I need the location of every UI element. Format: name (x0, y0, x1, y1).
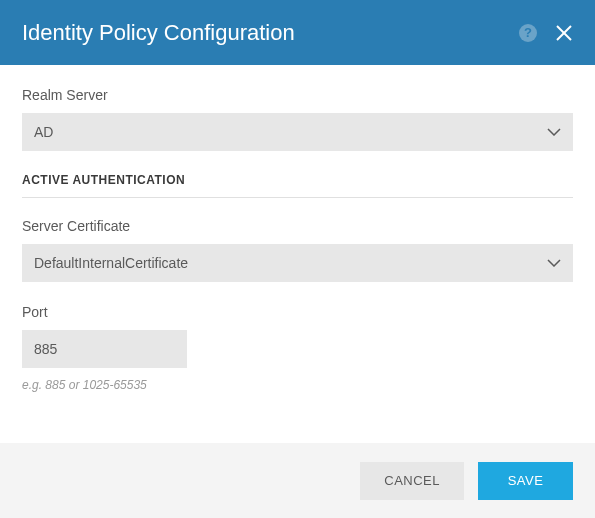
dialog-title: Identity Policy Configuration (22, 20, 295, 46)
cancel-button[interactable]: CANCEL (360, 462, 464, 500)
dialog-content: Realm Server AD ACTIVE AUTHENTICATION Se… (0, 65, 595, 392)
port-input[interactable] (22, 330, 187, 368)
server-certificate-field: Server Certificate DefaultInternalCertif… (22, 218, 573, 282)
realm-server-select[interactable]: AD (22, 113, 573, 151)
close-icon[interactable] (555, 24, 573, 42)
port-hint: e.g. 885 or 1025-65535 (22, 378, 573, 392)
help-icon[interactable]: ? (519, 24, 537, 42)
port-label: Port (22, 304, 573, 320)
realm-server-value: AD (34, 124, 53, 140)
port-field: Port e.g. 885 or 1025-65535 (22, 304, 573, 392)
section-heading-active-auth: ACTIVE AUTHENTICATION (22, 173, 573, 198)
save-button[interactable]: SAVE (478, 462, 573, 500)
server-certificate-select[interactable]: DefaultInternalCertificate (22, 244, 573, 282)
server-certificate-label: Server Certificate (22, 218, 573, 234)
chevron-down-icon (547, 259, 561, 267)
server-certificate-value: DefaultInternalCertificate (34, 255, 188, 271)
dialog-footer: CANCEL SAVE (0, 443, 595, 518)
chevron-down-icon (547, 128, 561, 136)
realm-server-label: Realm Server (22, 87, 573, 103)
header-icons: ? (519, 24, 573, 42)
dialog-header: Identity Policy Configuration ? (0, 0, 595, 65)
realm-server-field: Realm Server AD (22, 87, 573, 151)
